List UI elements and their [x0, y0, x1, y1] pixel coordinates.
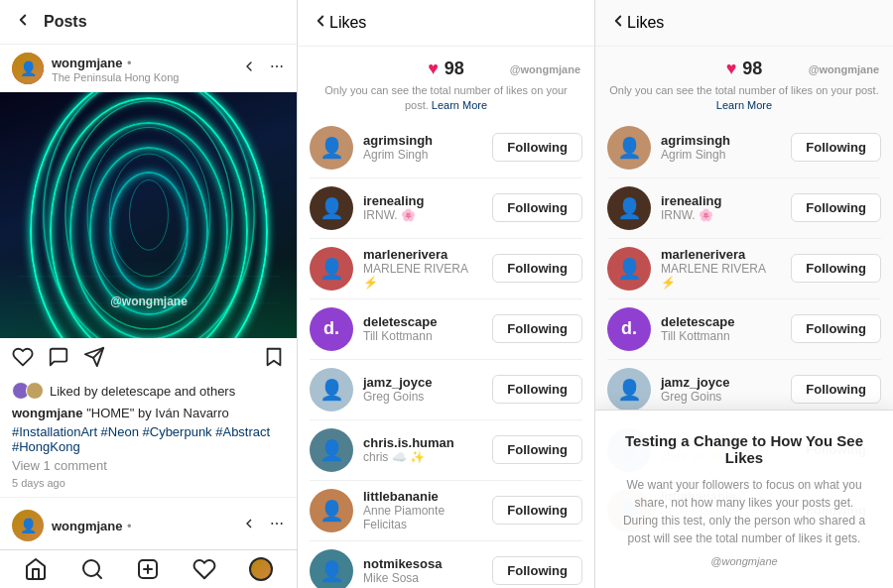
likes-heart-icon-modal: ♥	[726, 59, 737, 79]
like-item: 👤notmikesosaMike SosaFollowing	[298, 541, 594, 588]
liked-avatar-2	[26, 382, 44, 400]
following-button[interactable]: Following	[492, 254, 582, 283]
likes-learn-more-modal[interactable]: Learn More	[716, 99, 772, 111]
post-username[interactable]: wongmjane •	[52, 54, 179, 71]
following-button[interactable]: Following	[492, 496, 582, 525]
liked-avatars	[12, 382, 44, 400]
like-avatar[interactable]: 👤	[310, 247, 353, 291]
next-back-icon[interactable]	[241, 516, 257, 535]
like-avatar[interactable]: 👤	[607, 186, 651, 230]
like-info: marleneriveraMARLENE RIVERA ⚡	[363, 247, 482, 290]
bottom-nav	[0, 549, 297, 588]
like-avatar[interactable]: d.	[310, 307, 353, 351]
like-avatar[interactable]: 👤	[310, 428, 353, 472]
like-item: 👤jamz_joyceGreg GoinsFollowing	[298, 360, 594, 419]
like-username: jamz_joyce	[661, 375, 781, 390]
likes-learn-more-light[interactable]: Learn More	[432, 99, 487, 111]
posts-back-icon[interactable]	[14, 11, 32, 34]
svg-point-6	[109, 154, 189, 277]
like-info: marleneriveraMARLENE RIVERA ⚡	[661, 247, 781, 290]
save-icon[interactable]	[263, 346, 285, 374]
post-tags[interactable]: #InstallationArt #Neon #Cyberpunk #Abstr…	[0, 422, 297, 456]
svg-point-0	[271, 65, 273, 67]
likes-notice-modal: Only you can see the total number of lik…	[595, 83, 893, 118]
like-fullname: Till Kottmann	[661, 329, 781, 343]
post-actions	[0, 338, 297, 382]
likes-modal-overlay: Testing a Change to How You See Likes We…	[595, 410, 893, 588]
like-fullname: IRNW. 🌸	[661, 208, 781, 222]
like-fullname: Mike Sosa	[363, 571, 482, 585]
like-avatar[interactable]: 👤	[310, 126, 353, 170]
like-avatar[interactable]: 👤	[607, 126, 651, 170]
following-button[interactable]: Following	[492, 193, 582, 222]
modal-body: We want your followers to focus on what …	[619, 476, 869, 547]
nav-profile-icon[interactable]	[249, 557, 273, 581]
like-item: 👤agrimsinghAgrim SinghFollowing	[595, 118, 893, 177]
svg-line-17	[97, 574, 101, 578]
following-button[interactable]: Following	[791, 375, 881, 404]
like-username: littlebananie	[363, 489, 482, 504]
likes-title-light: Likes	[329, 14, 366, 32]
like-info: jamz_joyceGreg Goins	[661, 375, 781, 404]
svg-point-14	[276, 523, 278, 525]
post-image: @wongmjane	[0, 92, 298, 338]
like-avatar[interactable]: 👤	[310, 489, 353, 532]
post-user-info: wongmjane • The Peninsula Hong Kong	[52, 54, 179, 83]
following-button[interactable]: Following	[791, 133, 881, 162]
post-more-icon[interactable]	[269, 59, 285, 78]
like-username: notmikesosa	[363, 556, 482, 571]
like-avatar[interactable]: 👤	[310, 549, 353, 588]
like-avatar[interactable]: 👤	[310, 368, 353, 412]
modal-watermark: @wongmjane	[710, 555, 777, 567]
likes-list-light: 👤agrimsinghAgrim SinghFollowing👤ireneali…	[298, 118, 594, 588]
nav-add-icon[interactable]	[136, 557, 160, 581]
post-watermark: @wongmjane	[110, 294, 188, 308]
likes-count-row-modal: ♥ 98 @wongmjane	[595, 47, 893, 83]
like-avatar[interactable]: d.	[607, 307, 651, 351]
likes-panel-modal: Likes ♥ 98 @wongmjane Only you can see t…	[595, 0, 893, 588]
like-fullname: Greg Goins	[363, 390, 482, 404]
posts-panel: Posts 👤 wongmjane • The Peninsula Hong K…	[0, 0, 298, 588]
following-button[interactable]: Following	[492, 314, 582, 343]
following-button[interactable]: Following	[791, 193, 881, 222]
following-button[interactable]: Following	[492, 375, 582, 404]
like-avatar[interactable]: 👤	[310, 186, 353, 230]
like-info: jamz_joyceGreg Goins	[363, 375, 482, 404]
like-fullname: chris ☁️ ✨	[363, 450, 482, 464]
following-button[interactable]: Following	[791, 314, 881, 343]
following-button[interactable]: Following	[492, 435, 582, 464]
neon-background: @wongmjane	[0, 92, 298, 338]
like-icon[interactable]	[12, 346, 34, 374]
likes-count-light: 98	[445, 59, 464, 79]
comment-icon[interactable]	[48, 346, 69, 374]
share-icon[interactable]	[83, 346, 105, 374]
like-username: jamz_joyce	[363, 375, 482, 390]
likes-heart-icon-light: ♥	[428, 59, 439, 79]
following-button[interactable]: Following	[492, 556, 582, 585]
like-avatar[interactable]: 👤	[607, 247, 651, 291]
following-button[interactable]: Following	[791, 254, 881, 283]
next-more-icon[interactable]	[269, 516, 285, 535]
post-avatar[interactable]: 👤	[12, 53, 44, 84]
svg-marker-12	[268, 349, 281, 366]
nav-heart-icon[interactable]	[192, 557, 216, 581]
like-avatar[interactable]: 👤	[607, 368, 651, 412]
likes-back-icon-light[interactable]	[312, 12, 329, 34]
post-time: 5 days ago	[0, 475, 297, 493]
next-post-user: wongmjane •	[52, 517, 132, 534]
likes-count-row-light: ♥ 98 @wongmjane	[298, 47, 594, 83]
following-button[interactable]: Following	[492, 133, 582, 162]
post-divider	[0, 497, 297, 498]
nav-search-icon[interactable]	[80, 557, 104, 581]
nav-home-icon[interactable]	[24, 557, 48, 581]
like-item: d.deletescapeTill KottmannFollowing	[595, 299, 893, 359]
like-username: marlenerivera	[363, 247, 482, 262]
post-comment-link[interactable]: View 1 comment	[0, 456, 297, 475]
svg-point-13	[271, 523, 273, 525]
post-back-icon[interactable]	[241, 59, 257, 78]
post-user-row: 👤 wongmjane • The Peninsula Hong Kong	[0, 45, 297, 92]
next-post-avatar[interactable]: 👤	[12, 510, 44, 541]
likes-back-icon-modal[interactable]	[609, 12, 627, 34]
liked-row: Liked by deletescape and others	[0, 382, 297, 404]
like-info: littlebananieAnne Piamonte Felicitas	[363, 489, 482, 531]
